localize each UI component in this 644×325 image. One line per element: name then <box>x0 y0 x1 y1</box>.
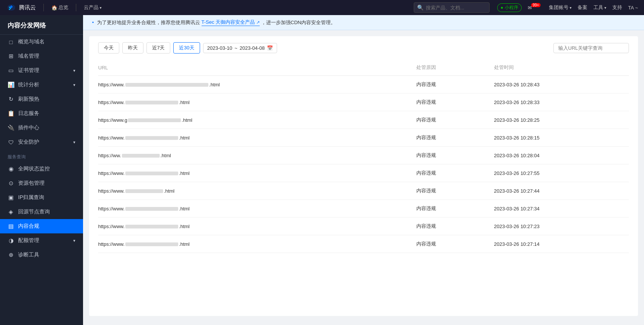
url-cell: https://www..html <box>98 218 410 235</box>
ip-icon: ▣ <box>8 194 14 201</box>
filter-last30[interactable]: 近30天 <box>173 42 200 54</box>
content-panel: 今天 昨天 近7天 近30天 2023-03-10 ~ 2023-04-08 📅 <box>89 36 638 316</box>
url-redacted <box>122 154 160 158</box>
table-body: https://www..html内容违规2023-03-26 10:28:43… <box>98 76 629 253</box>
reason-cell: 内容违规 <box>410 200 488 218</box>
sidebar-item-label: 日志服务 <box>18 110 39 117</box>
url-prefix: https://ww. <box>98 153 121 158</box>
sidebar-item-origin[interactable]: ◈ 回源节点查询 <box>0 205 83 219</box>
message-button[interactable]: ✉ 99+ <box>528 5 543 11</box>
origin-icon: ◈ <box>8 208 14 215</box>
sidebar-item-ip[interactable]: ▣ IP归属查询 <box>0 190 83 205</box>
sidebar-item-label: 概览与域名 <box>18 38 45 45</box>
table-row: https://www..html内容违规2023-03-26 10:27:44 <box>98 182 629 200</box>
banner-prefix: 为了更好地提升业务合规性，推荐您使用腾讯云 <box>97 19 200 26</box>
miniprogram-icon: ● <box>501 5 503 10</box>
sidebar-item-domain[interactable]: ⊞ 域名管理 <box>0 49 83 63</box>
url-suffix: .html <box>179 241 190 247</box>
url-redacted <box>128 118 181 122</box>
search-input[interactable] <box>426 5 486 11</box>
url-cell: https://www..html <box>98 182 410 200</box>
url-suffix: .html <box>182 117 192 123</box>
record-nav[interactable]: 备案 <box>578 4 587 11</box>
chevron-down-icon-3: ▾ <box>604 6 606 10</box>
quota-icon: ◑ <box>8 237 14 244</box>
sidebar-item-resource[interactable]: ⊙ 资源包管理 <box>0 176 83 190</box>
sidebar-item-diag[interactable]: ⊕ 诊断工具 <box>0 248 83 262</box>
data-table: URL 处管原因 处管时间 https://www..html内容违规2023-… <box>98 60 629 253</box>
date-separator: ~ <box>234 45 237 51</box>
sidebar-item-cert[interactable]: ▭ 证书管理 ▾ <box>0 63 83 78</box>
reason-cell: 内容违规 <box>410 218 488 235</box>
logo[interactable]: 腾讯云 <box>6 3 36 12</box>
sidebar-item-refresh[interactable]: ↻ 刷新预热 <box>0 92 83 106</box>
stats-icon: 📊 <box>8 81 14 88</box>
time-cell: 2023-03-26 10:27:55 <box>488 164 629 182</box>
top-search: 🔍 <box>414 2 490 13</box>
time-cell: 2023-03-26 10:28:33 <box>488 94 629 111</box>
nav-overview[interactable]: 🏠 总览 <box>51 4 68 11</box>
sidebar-item-label: 全网状态监控 <box>18 166 50 172</box>
tools-nav[interactable]: 工具 ▾ <box>593 4 606 11</box>
table-row: https://www..html内容违规2023-03-26 10:27:14 <box>98 235 629 253</box>
sidebar-item-log[interactable]: 📋 日志服务 <box>0 106 83 121</box>
url-suffix: .html <box>179 170 190 176</box>
overview-icon: □ <box>8 39 14 45</box>
group-account[interactable]: 集团账号 ▾ <box>549 4 572 11</box>
filter-last7[interactable]: 近7天 <box>146 42 170 54</box>
url-suffix: .html <box>179 135 190 141</box>
url-suffix: .html <box>179 100 190 105</box>
main-content: 为了更好地提升业务合规性，推荐您使用腾讯云 T-Sec 天御内容安全产品 ↗ ，… <box>83 15 644 325</box>
sidebar-item-compliance[interactable]: ▤ 内容合规 <box>0 219 83 233</box>
url-prefix: https://www. <box>98 82 125 87</box>
reason-cell: 内容违规 <box>410 235 488 253</box>
calendar-icon: 📅 <box>267 45 273 51</box>
time-cell: 2023-03-26 10:28:25 <box>488 111 629 129</box>
sidebar-item-quota[interactable]: ◑ 配额管理 ▾ <box>0 233 83 248</box>
banner-link[interactable]: T-Sec 天御内容安全产品 ↗ <box>202 19 260 26</box>
table-row: https://ww..html内容违规2023-03-26 10:28:04 <box>98 147 629 164</box>
url-prefix: https://www. <box>98 206 125 212</box>
sidebar-item-overview[interactable]: □ 概览与域名 <box>0 35 83 49</box>
user-account[interactable]: TA ~ <box>628 5 638 11</box>
url-prefix: https://www.g <box>98 117 127 123</box>
sidebar-item-monitor[interactable]: ◉ 全网状态监控 <box>0 162 83 176</box>
table-row: https://www..html内容违规2023-03-26 10:28:33 <box>98 94 629 111</box>
table-row: https://www..html内容违规2023-03-26 10:27:23 <box>98 218 629 235</box>
url-prefix: https://www. <box>98 135 125 141</box>
url-redacted <box>125 189 163 193</box>
col-url: URL <box>98 60 410 76</box>
miniprogram-button[interactable]: ● 小程序 <box>497 3 522 12</box>
url-suffix: .html <box>209 82 220 87</box>
logo-text: 腾讯云 <box>19 4 36 11</box>
chevron-down-icon-security: ▾ <box>73 140 75 145</box>
support-nav[interactable]: 支持 <box>612 4 622 11</box>
sidebar-item-security[interactable]: 🛡 安全防护 ▾ <box>0 135 83 149</box>
date-range-picker[interactable]: 2023-03-10 ~ 2023-04-08 📅 <box>203 43 277 53</box>
sidebar-item-label: 刷新预热 <box>18 96 39 103</box>
url-prefix: https://www. <box>98 100 125 105</box>
url-prefix: https://www. <box>98 188 125 194</box>
table-row: https://www.g.html内容违规2023-03-26 10:28:2… <box>98 111 629 129</box>
nav-cloud-products[interactable]: 云产品 ▾ <box>84 4 102 11</box>
col-reason: 处管原因 <box>410 60 488 76</box>
date-from: 2023-03-10 <box>207 45 233 51</box>
time-cell: 2023-03-26 10:28:04 <box>488 147 629 164</box>
url-redacted <box>125 136 178 140</box>
sidebar-item-plugin[interactable]: 🔌 插件中心 <box>0 121 83 135</box>
chevron-down-icon-cert: ▾ <box>73 68 75 73</box>
url-search-wrap <box>553 43 629 53</box>
top-nav: 腾讯云 🏠 总览 云产品 ▾ 🔍 ● 小程序 ✉ 99+ 集团账号 ▾ 备案 工… <box>0 0 644 15</box>
domain-icon: ⊞ <box>8 53 14 60</box>
compliance-icon: ▤ <box>8 223 14 230</box>
filter-bar: 今天 昨天 近7天 近30天 2023-03-10 ~ 2023-04-08 📅 <box>98 42 629 54</box>
url-cell: https://www..html <box>98 200 410 218</box>
url-cell: https://www..html <box>98 129 410 147</box>
refresh-icon: ↻ <box>8 96 14 103</box>
time-cell: 2023-03-26 10:27:23 <box>488 218 629 235</box>
search-icon: 🔍 <box>417 5 424 11</box>
filter-today[interactable]: 今天 <box>98 42 119 54</box>
sidebar-item-stats[interactable]: 📊 统计分析 ▾ <box>0 78 83 92</box>
filter-yesterday[interactable]: 昨天 <box>122 42 143 54</box>
url-search-input[interactable] <box>553 43 629 53</box>
